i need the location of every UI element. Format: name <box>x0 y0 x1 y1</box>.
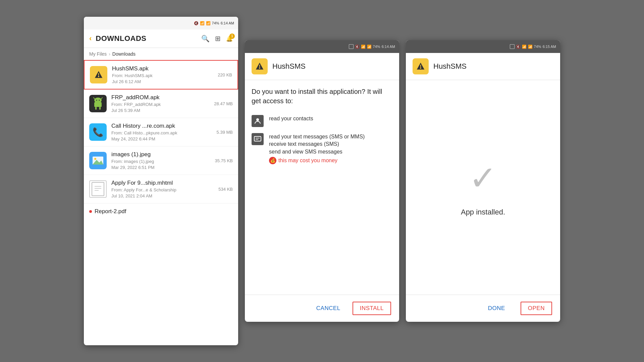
svg-point-27 <box>259 67 260 69</box>
image-file-icon <box>89 152 107 169</box>
file-date-call: May 24, 2022 6:44 PM <box>111 136 212 141</box>
sms-icon <box>252 133 264 145</box>
notification-button[interactable]: 🔔 1 <box>226 36 233 42</box>
signal-icon: 📶 <box>206 21 211 25</box>
done-button[interactable]: DONE <box>483 302 511 315</box>
breadcrumb: My Files › Downloads <box>84 48 238 60</box>
file-name-husgsms: HushSMS.apk <box>112 65 213 72</box>
permission-contacts: read your contacts <box>252 115 392 127</box>
file-size-frp: 28.47 MB <box>214 101 233 106</box>
installed-screen: 🔇 📶 📶 74% 6:15 AM HushSMS <box>406 40 560 322</box>
file-date-scholarship: Jul 10, 2021 2:04 AM <box>111 193 214 198</box>
contact-icon <box>252 115 264 127</box>
hush-app-icon <box>90 66 107 83</box>
cancel-button[interactable]: CANCEL <box>311 302 346 315</box>
frp-app-icon <box>89 95 107 112</box>
open-button[interactable]: OPEN <box>521 302 552 315</box>
image-status-icon <box>349 44 354 49</box>
wifi-icon-2: 📶 <box>361 45 366 49</box>
install-actions: CANCEL INSTALL <box>245 295 399 322</box>
svg-rect-21 <box>92 182 104 196</box>
svg-rect-36 <box>420 65 421 67</box>
svg-rect-7 <box>94 102 102 107</box>
file-date-husgsms: Jul 26 6:12 AM <box>112 79 213 84</box>
install-dialog-screen: 🔇 📶 📶 74% 6:14 AM HushSMS <box>245 40 399 322</box>
status-icons-1: 🔇 📶 📶 74% 6:14 AM <box>194 21 234 25</box>
checkmark-icon: ✓ <box>469 159 497 198</box>
breadcrumb-current: Downloads <box>112 51 136 57</box>
file-name-pdf: Report-2.pdf <box>95 208 126 215</box>
svg-point-8 <box>94 98 102 103</box>
battery-text-3: 74% <box>534 45 541 49</box>
installed-app-icon <box>413 58 429 74</box>
mute-icon-2: 🔇 <box>355 45 360 49</box>
cost-warning: 💰 this may cost you money <box>269 157 365 164</box>
install-app-name: HushSMS <box>272 62 306 71</box>
notification-badge: 1 <box>229 34 235 39</box>
breadcrumb-root[interactable]: My Files <box>89 51 107 57</box>
grid-view-button[interactable]: ⊞ <box>215 35 221 43</box>
file-name-frp: FRP_addROM.apk <box>111 94 209 101</box>
breadcrumb-separator: › <box>109 51 110 57</box>
status-icons-2: 🔇 📶 📶 74% 6:14 AM <box>349 44 395 49</box>
svg-point-9 <box>96 100 97 101</box>
permission-sms: read your text messages (SMS or MMS) rec… <box>252 133 392 165</box>
search-button[interactable]: 🔍 <box>201 35 210 43</box>
file-info-image: images (1).jpeg From: images (1).jpeg Ma… <box>111 151 210 170</box>
file-item-scholarship[interactable]: Apply For 9...ship.mhtml From: Apply For… <box>84 175 238 203</box>
svg-rect-3 <box>98 73 99 75</box>
svg-point-35 <box>420 67 421 69</box>
permission-sms-text: read your text messages (SMS or MMS) rec… <box>269 133 365 165</box>
svg-point-29 <box>256 118 259 121</box>
install-body: Do you want to install this application?… <box>245 80 399 194</box>
install-app-icon <box>252 58 268 74</box>
file-from-husgsms: From: HushSMS.apk <box>112 73 213 78</box>
doc-file-icon <box>89 180 107 198</box>
money-icon: 💰 <box>269 157 276 164</box>
file-info-husgsms: HushSMS.apk From: HushSMS.apk Jul 26 6:1… <box>112 65 213 84</box>
installed-text: App installed. <box>461 208 505 217</box>
installed-actions: DONE OPEN <box>406 295 560 322</box>
header-icons: 🔍 ⊞ 🔔 1 <box>201 35 233 43</box>
status-bar-3: 🔇 📶 📶 74% 6:15 AM <box>406 40 560 53</box>
file-from-scholarship: From: Apply For...e & Scholarship <box>111 187 214 192</box>
svg-point-10 <box>99 100 100 101</box>
installed-app-name: HushSMS <box>433 62 467 71</box>
file-info-scholarship: Apply For 9...ship.mhtml From: Apply For… <box>111 180 214 198</box>
file-from-frp: From: FRP_addROM.apk <box>111 102 209 107</box>
file-info-frp: FRP_addROM.apk From: FRP_addROM.apk Jul … <box>111 94 209 113</box>
file-from-image: From: images (1).jpeg <box>111 159 210 164</box>
file-size-scholarship: 534 KB <box>218 187 233 192</box>
svg-rect-13 <box>95 107 97 110</box>
file-name-image: images (1).jpeg <box>111 151 210 158</box>
svg-text:📞: 📞 <box>93 127 104 137</box>
svg-rect-28 <box>259 65 260 67</box>
signal-icon-2: 📶 <box>367 45 372 49</box>
wifi-icon: 📶 <box>200 21 205 25</box>
signal-icon-3: 📶 <box>528 45 533 49</box>
file-item-image[interactable]: images (1).jpeg From: images (1).jpeg Ma… <box>84 146 238 175</box>
battery-text: 74% <box>212 21 219 25</box>
status-bar-2: 🔇 📶 📶 74% 6:14 AM <box>245 40 399 53</box>
wifi-icon-3: 📶 <box>522 45 527 49</box>
install-button[interactable]: INSTALL <box>353 302 391 315</box>
battery-text-2: 74% <box>373 45 380 49</box>
svg-point-19 <box>94 158 96 160</box>
file-size-call: 5.39 MB <box>217 130 233 135</box>
status-icons-3: 🔇 📶 📶 74% 6:15 AM <box>510 44 556 49</box>
time-display-2: 6:14 AM <box>382 45 395 49</box>
back-button[interactable]: ‹ <box>89 34 92 43</box>
file-item-frp[interactable]: FRP_addROM.apk From: FRP_addROM.apk Jul … <box>84 89 238 118</box>
svg-rect-14 <box>99 107 101 110</box>
file-manager-screen: 🔇 📶 📶 74% 6:14 AM ‹ DOWNLOADS 🔍 ⊞ 🔔 1 <box>84 17 238 345</box>
installed-header: HushSMS <box>406 53 560 80</box>
app-header: ‹ DOWNLOADS 🔍 ⊞ 🔔 1 <box>84 29 238 48</box>
status-bar-1: 🔇 📶 📶 74% 6:14 AM <box>84 17 238 29</box>
image-status-icon-3 <box>510 44 515 49</box>
call-app-icon: 📞 <box>89 123 107 141</box>
file-item-call[interactable]: 📞 Call History ...re.com.apk From: Call … <box>84 118 238 146</box>
file-item-pdf[interactable]: Report-2.pdf <box>84 203 238 220</box>
file-from-call: From: Call Histo...pkpure.com.apk <box>111 130 212 135</box>
file-item-husgsms[interactable]: HushSMS.apk From: HushSMS.apk Jul 26 6:1… <box>84 60 238 89</box>
file-list: HushSMS.apk From: HushSMS.apk Jul 26 6:1… <box>84 60 238 220</box>
